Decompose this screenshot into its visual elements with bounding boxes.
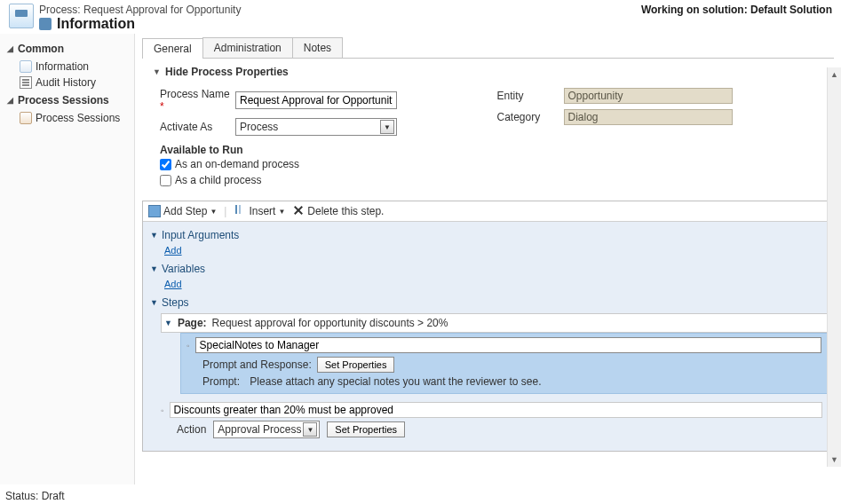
audit-icon [20, 76, 32, 89]
process-name-label: Process Name * [160, 88, 235, 113]
action-step[interactable]: ◦ Action Approval Process ▼ Set Properti… [161, 399, 828, 444]
sidebar-section-label: Process Sessions [18, 94, 109, 106]
insert-label: Insert [249, 205, 275, 217]
sidebar-item-label: Process Sessions [36, 112, 120, 124]
prompt-text: Please attach any special notes you want… [250, 375, 541, 388]
toolbar-divider: | [224, 205, 226, 217]
add-step-icon [148, 205, 161, 217]
add-variable-link[interactable]: Add [148, 277, 182, 291]
collapse-icon: ▼ [150, 298, 158, 307]
chevron-down-icon: ▼ [380, 120, 394, 134]
page-label: Page: [178, 317, 207, 329]
activate-as-dropdown[interactable]: Process ▼ [235, 118, 397, 136]
action-label: Action [177, 423, 206, 436]
tab-administration[interactable]: Administration [202, 37, 293, 58]
sessions-icon [20, 112, 32, 124]
collapse-icon: ▼ [153, 67, 162, 76]
sidebar-section-common[interactable]: ◢ Common [5, 39, 134, 59]
section-title: Steps [162, 296, 189, 309]
add-step-label: Add Step [163, 205, 207, 217]
as-child-label: As a child process [175, 174, 261, 186]
category-field: Dialog [564, 109, 733, 125]
activate-as-value: Process [240, 121, 278, 133]
sidebar-item-information[interactable]: Information [5, 59, 134, 75]
chevron-down-icon: ▼ [278, 208, 285, 216]
sidebar: ◢ Common Information Audit History ◢ Pro… [0, 34, 135, 484]
page-title-text: Information [57, 16, 135, 32]
insert-button[interactable]: Insert ▼ [234, 205, 285, 217]
category-label: Category [497, 111, 564, 123]
tab-general[interactable]: General [142, 38, 203, 59]
status-bar: Status: Draft [5, 490, 65, 502]
set-properties-button[interactable]: Set Properties [317, 357, 395, 373]
available-to-run-label: Available to Run [160, 138, 834, 156]
solution-label: Working on solution: Default Solution [641, 4, 832, 16]
activate-as-label: Activate As [160, 121, 235, 133]
bullet-icon: ◦ [161, 406, 164, 415]
step-name-input[interactable] [195, 337, 821, 353]
information-icon [39, 18, 52, 30]
on-demand-label: As an on-demand process [175, 158, 299, 170]
process-entity-label: Process: Request Approval for Opportunit… [39, 4, 241, 16]
collapse-icon: ◢ [7, 96, 16, 105]
input-arguments-section[interactable]: ▼ Input Arguments [148, 224, 828, 243]
tabstrip: General Administration Notes [142, 37, 834, 59]
prompt-label: Prompt: [202, 375, 240, 388]
page-description: Request approval for opportunity discoun… [212, 317, 448, 329]
sidebar-item-label: Audit History [36, 76, 96, 89]
variables-section[interactable]: ▼ Variables [148, 257, 828, 277]
action-step-name-input[interactable] [170, 402, 822, 418]
section-title: Variables [162, 263, 205, 275]
delete-icon [292, 205, 305, 217]
page-title: Information [39, 16, 241, 32]
as-child-checkbox[interactable] [160, 175, 171, 186]
chevron-down-icon: ▼ [210, 208, 217, 216]
tab-notes[interactable]: Notes [292, 37, 343, 58]
designer-panel: Add Step ▼ | Insert ▼ Delete this step. … [142, 201, 834, 452]
entity-label: Entity [497, 90, 564, 102]
delete-label: Delete this step. [307, 205, 384, 217]
vertical-scrollbar[interactable]: ▲ ▼ [827, 67, 841, 467]
sidebar-section-label: Common [18, 43, 64, 55]
chevron-down-icon: ▼ [303, 422, 317, 437]
collapse-icon: ▼ [164, 319, 172, 327]
add-input-argument-link[interactable]: Add [148, 243, 182, 257]
as-child-checkbox-row[interactable]: As a child process [160, 172, 834, 188]
action-value: Approval Process [218, 423, 301, 436]
insert-icon [234, 205, 246, 217]
collapse-icon: ▼ [150, 264, 158, 273]
collapse-label: Hide Process Properties [165, 66, 289, 78]
process-entity-icon [9, 4, 34, 28]
process-name-input[interactable] [235, 91, 397, 109]
collapse-icon: ▼ [150, 231, 158, 240]
entity-field: Opportunity [564, 88, 733, 104]
scroll-down-icon[interactable]: ▼ [828, 453, 841, 467]
set-properties-button-action[interactable]: Set Properties [327, 421, 405, 437]
scroll-up-icon[interactable]: ▲ [828, 67, 841, 82]
page-step[interactable]: ▼ Page: Request approval for opportunity… [161, 313, 828, 333]
hide-process-properties[interactable]: ▼ Hide Process Properties [142, 59, 834, 82]
sidebar-section-process-sessions[interactable]: ◢ Process Sessions [5, 91, 134, 110]
prompt-step[interactable]: ◦ Prompt and Response: Set Properties Pr… [180, 333, 828, 394]
on-demand-checkbox-row[interactable]: As an on-demand process [160, 156, 834, 172]
delete-step-button[interactable]: Delete this step. [292, 205, 384, 217]
information-icon [20, 60, 32, 73]
section-title: Input Arguments [162, 229, 239, 241]
on-demand-checkbox[interactable] [160, 159, 171, 170]
sidebar-item-process-sessions[interactable]: Process Sessions [5, 110, 134, 126]
steps-section[interactable]: ▼ Steps [148, 291, 828, 311]
sidebar-item-audit-history[interactable]: Audit History [5, 75, 134, 91]
bullet-icon: ◦ [186, 341, 190, 350]
collapse-icon: ◢ [7, 44, 16, 53]
prompt-response-label: Prompt and Response: [202, 358, 312, 371]
sidebar-item-label: Information [36, 60, 89, 73]
add-step-button[interactable]: Add Step ▼ [148, 205, 217, 217]
action-dropdown[interactable]: Approval Process ▼ [213, 421, 320, 438]
